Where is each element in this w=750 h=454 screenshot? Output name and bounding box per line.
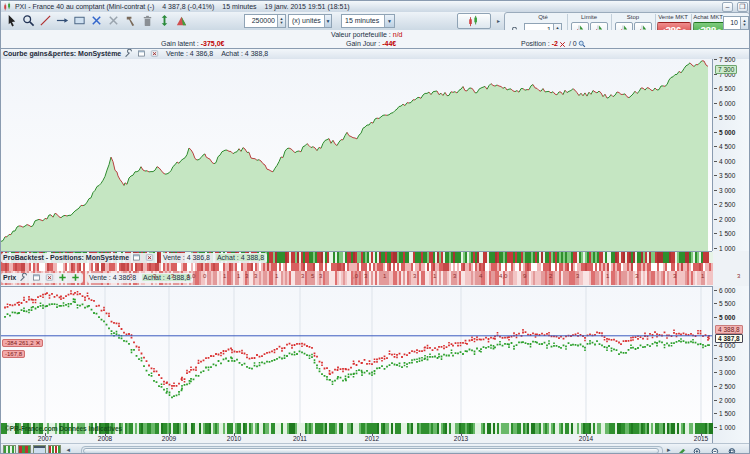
trade-qty-mark: 9 — [523, 273, 526, 279]
trade-qty-mark: 3 — [576, 273, 579, 279]
sell-mkt-label: Vente MKT — [656, 14, 690, 20]
positions-detach-window-icon[interactable] — [132, 253, 141, 262]
trendline-icon[interactable] — [38, 13, 53, 28]
trade-qty-mark: 3 — [413, 273, 416, 279]
s-points-spinner[interactable]: 10 ▲▼ — [723, 16, 749, 30]
year-label: 2015 — [688, 435, 714, 442]
trash-icon[interactable] — [140, 13, 155, 28]
trade-qty-mark: 3 — [319, 273, 322, 279]
report-icon[interactable] — [3, 445, 16, 454]
pan-right-icon[interactable]: ▸ — [667, 446, 671, 453]
backtest-icon[interactable] — [48, 445, 61, 454]
equity-chart[interactable] — [1, 59, 712, 252]
year-label: 2007 — [32, 435, 58, 442]
y-tick-label: 1 000 — [714, 424, 735, 431]
price-last-label: 4 387,8 — [715, 334, 743, 343]
time-axis: 200720082009201020112012201320142015 — [1, 434, 712, 443]
draw-pencil-icon[interactable] — [675, 444, 688, 454]
snapshot-icon[interactable] — [33, 445, 46, 454]
close-loss-x-icon[interactable]: ✕ — [35, 340, 40, 346]
trade-qty-mark: 3 — [153, 273, 156, 279]
trade-qty-mark: 3 — [737, 273, 740, 279]
loss-per-unit-label: -167,8 — [2, 342, 25, 360]
unit-select[interactable]: (x) unités ▼ — [288, 14, 332, 28]
delete-drawing-icon[interactable] — [89, 13, 104, 28]
trading-window: PXI - France 40 au comptant (Mini-contra… — [0, 0, 750, 454]
trade-qty-mark: 3 — [129, 273, 132, 279]
timeframe-select-arrow-icon[interactable]: ▼ — [384, 15, 394, 27]
positions-panel-header: ProBacktest - Positions: MonSystème Vent… — [1, 252, 267, 263]
vente-dots — [4, 290, 710, 389]
unit-select-arrow-icon[interactable]: ▼ — [324, 15, 331, 27]
zoom-box-icon[interactable] — [727, 444, 740, 454]
window-title: PXI - France 40 au comptant (Mini-contra… — [15, 3, 154, 10]
unit-select-value: (x) unités — [289, 15, 324, 27]
trade-qty-mark: 3 — [254, 273, 257, 279]
y-tick-label: 5 000 — [714, 314, 735, 321]
minimize-button[interactable]: – — [722, 2, 733, 12]
y-tick-label: 3 500 — [714, 355, 735, 362]
horizontal-scrollbar[interactable] — [81, 446, 663, 454]
price-y-axis: 6 0005 5005 0004 0003 5003 0002 5002 000… — [712, 286, 750, 454]
alert-flag-icon[interactable] — [174, 13, 189, 28]
y-tick-label: 1 000 — [714, 245, 735, 252]
quantity-value[interactable]: 250000 — [245, 15, 277, 27]
scroll-left-icon[interactable]: ◂ — [66, 446, 70, 453]
year-label: 2013 — [448, 435, 474, 442]
positions-close-icon[interactable] — [145, 253, 154, 262]
price-ask-label: 4 388,8 — [715, 325, 743, 334]
quantity-spinner[interactable]: 250000 ▲▼ — [244, 14, 286, 28]
trade-qty-mark: 3 — [635, 273, 638, 279]
quantity-spin-arrows[interactable]: ▲▼ — [277, 15, 285, 27]
watermark: ©PR-France.com Données Indicatives — [5, 425, 122, 432]
fit-vertical-icon[interactable] — [157, 13, 172, 28]
collapse-trade-panel-icon[interactable]: ▸ — [497, 17, 500, 24]
chart-style-button[interactable] — [457, 13, 491, 29]
note-icon[interactable] — [72, 13, 87, 28]
trade-qty-mark: 1 — [606, 273, 609, 279]
tools-icon[interactable] — [123, 13, 138, 28]
scrollbar-thumb[interactable] — [83, 448, 659, 454]
y-tick-label: 2 000 — [714, 216, 735, 223]
maximize-button[interactable]: ❐ — [737, 2, 748, 12]
equity-settings-wrench-icon[interactable] — [124, 49, 133, 58]
statistics-icon[interactable] — [18, 445, 31, 454]
y-tick-label: 5 000 — [714, 129, 735, 136]
equity-detach-window-icon[interactable] — [137, 49, 146, 58]
instrument-icon — [3, 2, 12, 11]
zoom-in-icon[interactable] — [692, 444, 705, 454]
horizontal-line-icon[interactable] — [55, 13, 70, 28]
delete-all-icon[interactable] — [106, 13, 121, 28]
trade-qty-mark: 3 — [673, 273, 676, 279]
trade-qty-mark: 3 — [453, 273, 456, 279]
trade-qty-mark: ,0 — [353, 273, 358, 279]
trade-qty-mark: 5 — [311, 273, 314, 279]
timeframe-select[interactable]: 15 minutes ▼ — [341, 14, 395, 28]
trade-qty-mark: 1 — [383, 273, 386, 279]
equity-close-icon[interactable] — [150, 49, 159, 58]
positions-bid: Vente : 4 386,8 — [163, 254, 210, 261]
y-tick-label: 4 500 — [714, 143, 735, 150]
y-tick-label: 7 500 — [714, 56, 735, 63]
trade-qty-mark: 1 — [433, 273, 436, 279]
position-detail-magnifier-icon[interactable] — [578, 40, 586, 48]
select-cursor-icon[interactable] — [4, 13, 19, 28]
zoom-icon[interactable] — [21, 13, 36, 28]
trade-qty-mark: 4,0 — [499, 273, 507, 279]
trade-qty-mark: 3 — [245, 273, 248, 279]
qty-label: Qté — [521, 14, 565, 20]
y-tick-label: 1 500 — [714, 230, 735, 237]
trade-qty-mark: 1,0 — [187, 273, 195, 279]
trade-qty-mark: 3 — [301, 273, 304, 279]
equity-current-value-label: 7 300 — [715, 65, 737, 74]
y-tick-label: 6 000 — [714, 100, 735, 107]
trade-qty-mark: 2 — [549, 273, 552, 279]
price-chart[interactable] — [1, 286, 712, 424]
zoom-out-icon[interactable] — [710, 444, 723, 454]
close-position-icon[interactable] — [559, 41, 566, 48]
window-price: 4 387,8 (-0,41%) — [162, 3, 214, 10]
achat-dots — [4, 298, 710, 398]
y-tick-label: 3 500 — [714, 172, 735, 179]
y-tick-label: 6 500 — [714, 85, 735, 92]
year-label: 2011 — [287, 435, 313, 442]
